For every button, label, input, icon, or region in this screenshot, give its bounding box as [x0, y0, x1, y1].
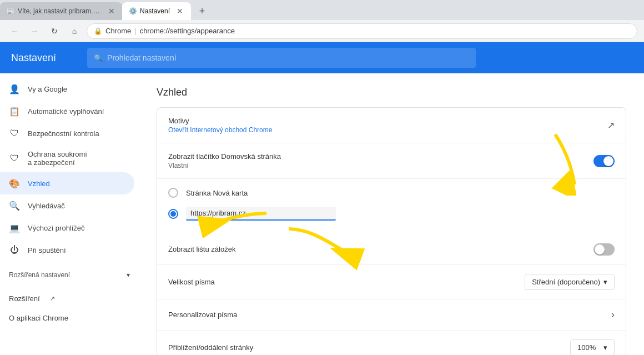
- radio-customurl-circle[interactable]: [168, 209, 178, 219]
- address-bar: ← → ↻ ⌂ 🔒 Chrome | chrome://settings/app…: [0, 20, 644, 42]
- address-separator: |: [134, 27, 136, 35]
- tab2-favicon: ⚙️: [129, 7, 137, 15]
- sidebar-label-browser: Výchozí prohlížeč: [28, 224, 85, 232]
- settings-card: Motivy Otevřít Internetový obchod Chrome…: [157, 107, 626, 355]
- content-area: Vzhled Motivy Otevřít Internetový obchod…: [139, 73, 644, 355]
- themes-sub-text[interactable]: Otevřít Internetový obchod Chrome: [168, 126, 607, 134]
- palette-icon: 🎨: [9, 178, 20, 189]
- tab1-title: Víte, jak nastavit pribram.cz jako ...: [18, 7, 103, 15]
- chevron-down-icon: ▾: [127, 271, 130, 279]
- radio-custom-url[interactable]: [168, 202, 615, 225]
- extensions-label: Rozšíření: [9, 294, 40, 303]
- toggle-knob: [603, 156, 613, 166]
- browser-icon: 💻: [9, 222, 20, 233]
- sidebar-label-google: Vy a Google: [28, 85, 67, 93]
- home-button[interactable]: ⌂: [67, 23, 82, 39]
- reload-button[interactable]: ↻: [47, 23, 62, 39]
- sidebar-label-autofill: Automatické vyplňování: [28, 107, 104, 116]
- sidebar-item-appearance[interactable]: 🎨 Vzhled: [0, 172, 134, 194]
- sidebar: 👤 Vy a Google 📋 Automatické vyplňování 🛡…: [0, 73, 139, 355]
- homepage-label-group: Zobrazit tlačítko Domovská stránka Vlast…: [168, 152, 593, 169]
- radio-newtab-circle[interactable]: [168, 188, 178, 198]
- forward-button[interactable]: →: [27, 23, 42, 39]
- url-input[interactable]: [186, 207, 336, 221]
- tab-active[interactable]: ⚙️ Nastavení ✕: [122, 2, 191, 20]
- fonts-main-text: Personalizovat písma: [168, 311, 611, 319]
- fontsize-dropdown-right: Střední (doporučeno) ▾: [525, 274, 615, 290]
- sidebar-item-browser[interactable]: 💻 Výchozí prohlížeč: [0, 217, 134, 239]
- themes-label-group: Motivy Otevřít Internetový obchod Chrome: [168, 117, 607, 134]
- sidebar-item-search[interactable]: 🔍 Vyhledávač: [0, 194, 134, 217]
- bookmarks-toggle-right: [593, 243, 615, 256]
- zoom-main-text: Přiblížení/oddálení stránky: [168, 343, 570, 352]
- fontsize-main-text: Velikost písma: [168, 278, 525, 286]
- bookmarks-label-group: Zobrazit lištu záložek: [168, 245, 593, 253]
- homepage-toggle-right: [593, 155, 615, 167]
- bookmarks-toggle-knob: [595, 244, 605, 254]
- chevron-right-icon: ›: [611, 309, 615, 321]
- settings-header: Nastavení 🔍: [0, 42, 644, 73]
- zoom-dropdown[interactable]: 100% ▾: [570, 339, 615, 355]
- sidebar-item-startup[interactable]: ⏻ Při spuštění: [0, 239, 134, 261]
- clipboard-icon: 📋: [9, 106, 20, 117]
- privacy-icon: 🛡: [9, 153, 20, 164]
- about-label: O aplikaci Chrome: [9, 314, 68, 322]
- external-link-icon[interactable]: ↗: [607, 120, 615, 131]
- new-tab-button[interactable]: +: [193, 2, 211, 20]
- fonts-row[interactable]: Personalizovat písma ›: [157, 299, 626, 331]
- zoom-label-group: Přiblížení/oddálení stránky: [168, 343, 570, 352]
- chevron-down-zoom-icon: ▾: [603, 343, 607, 352]
- tab-bar: 📰 Víte, jak nastavit pribram.cz jako ...…: [0, 0, 644, 20]
- search-bar[interactable]: 🔍: [87, 48, 476, 68]
- tab2-close[interactable]: ✕: [175, 7, 184, 16]
- content-wrapper: Vzhled Motivy Otevřít Internetový obchod…: [139, 73, 644, 355]
- fontsize-label-group: Velikost písma: [168, 278, 525, 286]
- tab1-favicon: 📰: [7, 7, 14, 15]
- search-input[interactable]: [107, 53, 469, 62]
- sidebar-label-appearance: Vzhled: [28, 179, 50, 188]
- advanced-settings-section[interactable]: Rozšířená nastavení ▾: [0, 266, 139, 284]
- homepage-radio-group: Stránka Nová karta: [157, 179, 626, 234]
- themes-row: Motivy Otevřít Internetový obchod Chrome…: [157, 108, 626, 143]
- themes-right: ↗: [607, 120, 615, 131]
- main-area: 👤 Vy a Google 📋 Automatické vyplňování 🛡…: [0, 73, 644, 355]
- tab-inactive[interactable]: 📰 Víte, jak nastavit pribram.cz jako ...…: [0, 2, 122, 20]
- homepage-sub-text: Vlastní: [168, 162, 593, 169]
- search-icon: 🔍: [94, 54, 103, 62]
- themes-main-text: Motivy: [168, 117, 607, 125]
- sidebar-item-security[interactable]: 🛡 Bezpečnostní kontrola: [0, 122, 134, 144]
- sidebar-label-privacy: Ochrana soukromí a zabezpečení: [28, 150, 87, 167]
- bookmarks-toggle[interactable]: [593, 243, 615, 256]
- sidebar-label-startup: Při spuštění: [28, 246, 66, 254]
- fontsize-dropdown[interactable]: Střední (doporučeno) ▾: [525, 274, 615, 290]
- zoom-row: Přiblížení/oddálení stránky 100% ▾: [157, 331, 626, 355]
- sidebar-item-privacy[interactable]: 🛡 Ochrana soukromí a zabezpečení: [0, 144, 134, 172]
- sidebar-item-about[interactable]: O aplikaci Chrome: [0, 308, 134, 328]
- back-button[interactable]: ←: [7, 23, 22, 39]
- chrome-label: Chrome: [105, 27, 131, 35]
- tab1-close[interactable]: ✕: [108, 7, 115, 16]
- extensions-item[interactable]: Rozšíření ↗: [0, 289, 139, 308]
- radio-new-tab[interactable]: Stránka Nová karta: [168, 183, 615, 202]
- fonts-arrow-right: ›: [611, 309, 615, 321]
- sidebar-label-security: Bezpečnostní kontrola: [28, 129, 99, 138]
- fontsize-value: Střední (doporučeno): [532, 278, 600, 286]
- zoom-dropdown-right: 100% ▾: [570, 339, 615, 355]
- external-link-icon: ↗: [50, 295, 55, 302]
- address-input[interactable]: 🔒 Chrome | chrome://settings/appearance: [87, 23, 637, 39]
- sidebar-label-search: Vyhledávač: [28, 202, 65, 210]
- radio-newtab-label: Stránka Nová karta: [186, 189, 248, 197]
- bookmarks-main-text: Zobrazit lištu záložek: [168, 245, 593, 253]
- section-title: Vzhled: [157, 87, 626, 98]
- fontsize-row: Velikost písma Střední (doporučeno) ▾: [157, 265, 626, 299]
- sidebar-item-autofill[interactable]: 📋 Automatické vyplňování: [0, 100, 134, 122]
- shield-check-icon: 🛡: [9, 128, 20, 139]
- person-icon: 👤: [9, 83, 20, 94]
- homepage-toggle[interactable]: [593, 155, 615, 167]
- fonts-label-group: Personalizovat písma: [168, 311, 611, 319]
- homepage-main-text: Zobrazit tlačítko Domovská stránka: [168, 152, 593, 161]
- sidebar-item-google[interactable]: 👤 Vy a Google: [0, 78, 134, 100]
- zoom-value: 100%: [577, 343, 596, 352]
- globe-icon: 🔒: [94, 27, 102, 35]
- advanced-label: Rozšířená nastavení: [9, 271, 70, 279]
